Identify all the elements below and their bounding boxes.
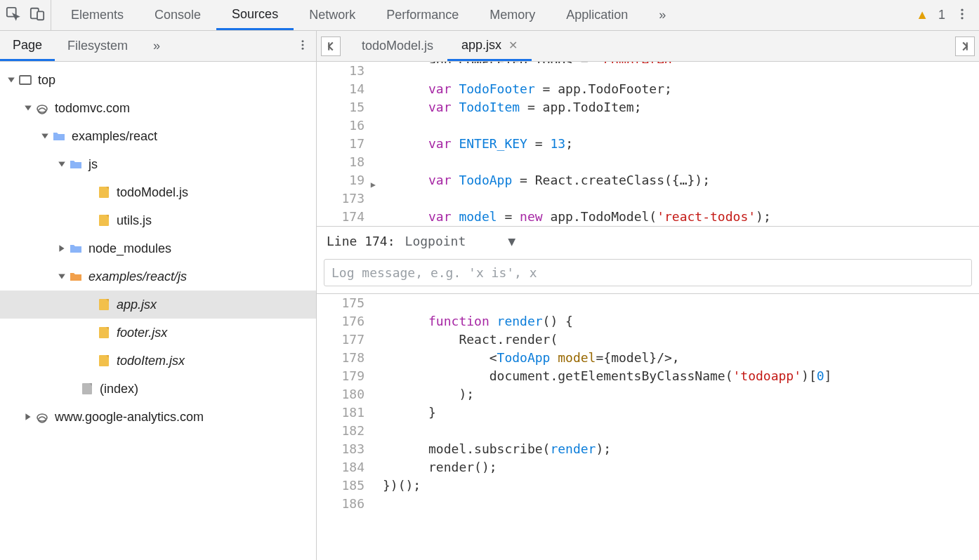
gutter[interactable]: 16: [317, 116, 377, 135]
code-line: function render() {: [377, 312, 573, 331]
svg-rect-15: [99, 355, 109, 366]
code-line: React.render(: [377, 331, 558, 349]
gutter[interactable]: 174: [317, 208, 377, 226]
gutter[interactable]: 179: [317, 367, 377, 385]
chevron-down-icon: ▼: [508, 232, 515, 251]
code-line: })();: [377, 476, 421, 495]
svg-rect-9: [20, 76, 31, 84]
tab-network[interactable]: Network: [294, 0, 371, 30]
gutter[interactable]: 184: [317, 458, 377, 476]
gutter[interactable]: 182: [317, 422, 377, 440]
tree-folder-js-label: js: [88, 157, 98, 172]
svg-point-7: [302, 44, 304, 46]
gutter[interactable]: 18: [317, 153, 377, 171]
code-editor[interactable]: 13 app.COMPLETED_TODOS = 'completed'; 14…: [317, 62, 979, 560]
gutter[interactable]: 175: [317, 294, 377, 312]
gutter[interactable]: 185: [317, 476, 377, 495]
svg-rect-2: [37, 11, 44, 20]
tree-file-todoitem-label: todoItem.jsx: [117, 354, 185, 368]
tab-application[interactable]: Application: [551, 0, 643, 30]
tree-domain-label: todomvc.com: [55, 101, 130, 116]
more-menu-icon[interactable]: [955, 7, 969, 23]
svg-point-6: [302, 40, 304, 42]
tree-file-app[interactable]: app.jsx: [0, 291, 316, 319]
subtab-page[interactable]: Page: [0, 31, 55, 61]
tree-folder-examples[interactable]: examples/react: [0, 122, 316, 150]
tree-folder-orange[interactable]: examples/react/js: [0, 262, 316, 291]
file-tab-app[interactable]: app.jsx ✕: [447, 31, 532, 61]
code-line: var model = new app.TodoModel('react-tod…: [377, 208, 771, 226]
sidebar-header: Page Filesystem »: [0, 31, 316, 62]
code-line: var TodoApp = React.createClass({…});: [377, 171, 710, 189]
code-line: render();: [377, 458, 497, 476]
file-tab-todomodel[interactable]: todoModel.js: [348, 31, 447, 61]
code-line: var TodoFooter = app.TodoFooter;: [377, 80, 672, 98]
gutter[interactable]: 13: [317, 62, 377, 80]
gutter[interactable]: 176: [317, 312, 377, 331]
svg-rect-12: [99, 215, 109, 226]
tree-file-footer-label: footer.jsx: [117, 326, 167, 340]
tabs-overflow[interactable]: »: [643, 0, 681, 30]
logpoint-input[interactable]: [324, 259, 972, 286]
gutter[interactable]: 178: [317, 349, 377, 367]
panel-tabs: Elements Console Sources Network Perform…: [55, 0, 681, 30]
file-tab-label: app.jsx: [461, 38, 501, 53]
tree-folder-node[interactable]: node_modules: [0, 234, 316, 262]
subtab-overflow[interactable]: »: [140, 31, 173, 61]
nav-prev-button[interactable]: [321, 36, 341, 56]
tree-file-todoitem[interactable]: todoItem.jsx: [0, 347, 316, 375]
editor-area: todoModel.js app.jsx ✕ 13 app.COMPLETED_…: [317, 31, 979, 560]
gutter[interactable]: 180: [317, 385, 377, 404]
svg-point-10: [37, 105, 47, 112]
tree-file-index-label: (index): [100, 382, 138, 396]
tree-domain2[interactable]: www.google-analytics.com: [0, 403, 316, 431]
tree-file-utils[interactable]: utils.js: [0, 206, 316, 234]
gutter[interactable]: 14: [317, 80, 377, 98]
nav-next-button[interactable]: [955, 36, 975, 56]
inspect-element-icon[interactable]: [6, 6, 21, 24]
gutter[interactable]: 177: [317, 331, 377, 349]
breakpoint-type-label: Logpoint: [405, 232, 466, 251]
tab-elements[interactable]: Elements: [55, 0, 139, 30]
logpoint-header: Line 174: Logpoint ▼: [317, 227, 979, 256]
tab-sources[interactable]: Sources: [216, 0, 294, 30]
tab-performance[interactable]: Performance: [371, 0, 474, 30]
toolbar-left-icons: [0, 0, 51, 30]
device-toggle-icon[interactable]: [29, 6, 45, 24]
tree-file-model[interactable]: todoModel.js: [0, 178, 316, 206]
svg-rect-11: [99, 187, 109, 198]
code-line: <TodoApp model={model}/>,: [377, 349, 680, 367]
code-line: [377, 116, 383, 135]
sidebar-more-icon[interactable]: [289, 39, 316, 53]
tab-console[interactable]: Console: [139, 0, 216, 30]
gutter[interactable]: 17: [317, 135, 377, 153]
code-line: var TodoItem = app.TodoItem;: [377, 98, 641, 116]
breakpoint-type-select[interactable]: Logpoint ▼: [405, 232, 516, 251]
gutter[interactable]: 186: [317, 495, 377, 513]
tree-domain[interactable]: todomvc.com: [0, 94, 316, 122]
tree-top[interactable]: top: [0, 66, 316, 94]
tree-folder-js[interactable]: js: [0, 150, 316, 178]
tab-memory[interactable]: Memory: [474, 0, 551, 30]
svg-point-5: [961, 17, 963, 19]
tree-domain2-label: www.google-analytics.com: [55, 410, 204, 425]
subtab-filesystem[interactable]: Filesystem: [55, 31, 140, 61]
code-line: [377, 422, 383, 440]
code-line: var ENTER_KEY = 13;: [377, 135, 573, 153]
gutter[interactable]: 173: [317, 189, 377, 208]
gutter[interactable]: 183: [317, 440, 377, 458]
tree-file-utils-label: utils.js: [117, 213, 152, 228]
gutter[interactable]: 181: [317, 404, 377, 422]
tree-file-footer[interactable]: footer.jsx: [0, 319, 316, 347]
sidebar: Page Filesystem » top todomvc.com: [0, 31, 317, 560]
close-icon[interactable]: ✕: [508, 39, 518, 52]
tree-file-model-label: todoModel.js: [117, 185, 188, 200]
warning-icon[interactable]: ▲: [916, 8, 928, 22]
tree-file-index[interactable]: (index): [0, 375, 316, 403]
tree-file-app-label: app.jsx: [117, 298, 157, 312]
gutter[interactable]: 15: [317, 98, 377, 116]
body-row: Page Filesystem » top todomvc.com: [0, 31, 979, 560]
gutter[interactable]: 19▶: [317, 171, 377, 189]
code-line: }: [377, 404, 436, 422]
file-tab-label: todoModel.js: [362, 39, 433, 53]
